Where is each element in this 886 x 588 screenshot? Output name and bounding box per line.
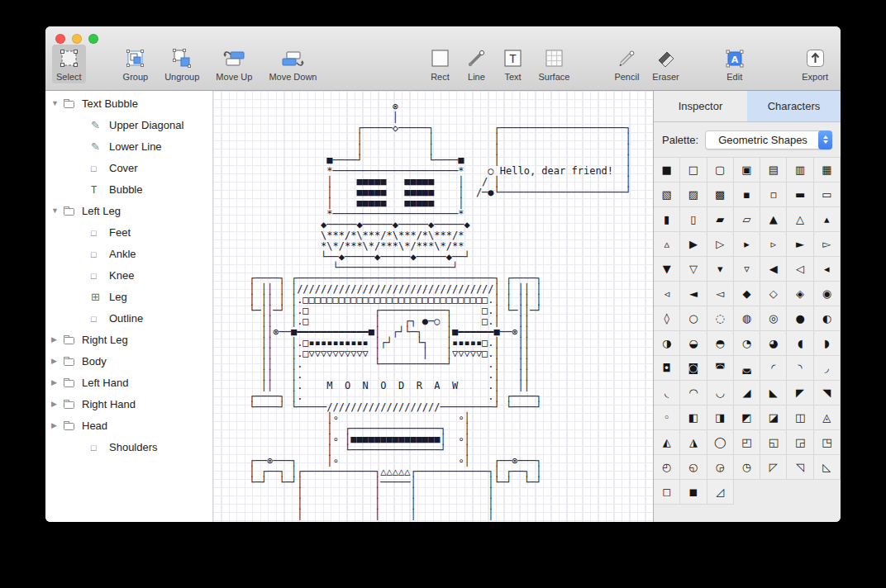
character-cell[interactable]: ◄ <box>680 282 707 306</box>
disclosure-triangle-icon[interactable]: ▶ <box>51 357 64 365</box>
character-cell[interactable]: ► <box>787 232 813 257</box>
line-tool-button[interactable]: Line <box>461 45 491 83</box>
character-cell[interactable]: ◈ <box>787 282 813 306</box>
character-cell[interactable]: ◿ <box>707 480 734 505</box>
character-cell[interactable]: ◌ <box>707 306 734 331</box>
disclosure-triangle-icon[interactable]: ▶ <box>51 335 64 344</box>
group-button[interactable]: Group <box>119 45 153 83</box>
move-up-button[interactable]: Move Up <box>212 45 256 83</box>
character-cell[interactable]: ◮ <box>680 430 707 455</box>
character-cell[interactable]: ◅ <box>707 282 734 306</box>
character-cell[interactable]: ▽ <box>680 257 707 282</box>
character-cell[interactable]: ○ <box>680 306 707 331</box>
disclosure-triangle-icon[interactable]: ▼ <box>51 206 64 215</box>
character-cell[interactable]: ▵ <box>654 232 680 257</box>
character-cell[interactable]: ◩ <box>734 405 760 430</box>
layer-row[interactable]: Bubble <box>45 178 212 200</box>
character-cell[interactable]: ▿ <box>734 257 760 282</box>
character-cell[interactable]: ▹ <box>760 232 787 257</box>
character-cell[interactable]: ▶ <box>680 232 707 257</box>
character-cell[interactable]: ◴ <box>654 455 680 480</box>
character-cell[interactable]: ◟ <box>654 381 680 405</box>
disclosure-triangle-icon[interactable]: ▶ <box>51 400 64 408</box>
character-cell[interactable]: ◤ <box>787 381 813 405</box>
character-cell[interactable]: ◢ <box>734 381 760 405</box>
disclosure-triangle-icon[interactable]: ▶ <box>51 378 64 386</box>
layer-row[interactable]: ▶ Body <box>45 350 212 372</box>
character-cell[interactable]: ◳ <box>814 430 841 455</box>
layer-row[interactable]: Shoulders <box>45 436 212 458</box>
character-cell[interactable]: ▧ <box>654 183 680 207</box>
edit-button[interactable]: A Edit <box>720 45 750 83</box>
character-cell[interactable]: ● <box>787 306 813 331</box>
character-cell[interactable]: ◡ <box>707 381 734 405</box>
character-cell[interactable]: ◔ <box>734 331 760 356</box>
character-cell[interactable]: ◨ <box>707 405 734 430</box>
character-cell[interactable]: ◆ <box>734 282 760 306</box>
character-cell[interactable]: ◬ <box>814 405 841 430</box>
character-cell[interactable]: ◍ <box>734 306 760 331</box>
tab-characters[interactable]: Characters <box>747 91 841 121</box>
character-cell[interactable]: ▨ <box>680 183 707 207</box>
character-cell[interactable]: ◭ <box>654 430 680 455</box>
character-cell[interactable]: ◗ <box>814 331 841 356</box>
character-cell[interactable]: ▷ <box>707 232 734 257</box>
character-cell[interactable]: ▪ <box>734 183 760 207</box>
disclosure-triangle-icon[interactable]: ▶ <box>51 421 64 429</box>
character-cell[interactable]: ◊ <box>654 306 680 331</box>
character-cell[interactable]: ◫ <box>787 405 813 430</box>
drawing-canvas[interactable]: ⊗ │ ┌─────◇─────┐ ┌─────────────────────… <box>213 91 653 522</box>
eraser-tool-button[interactable]: Eraser <box>648 45 683 83</box>
character-cell[interactable]: ◱ <box>760 430 787 455</box>
layer-row[interactable]: ▶ Head <box>45 415 212 436</box>
layer-row[interactable]: Feet <box>45 221 212 243</box>
character-cell[interactable]: ◶ <box>707 455 734 480</box>
character-cell[interactable]: ◣ <box>760 381 787 405</box>
character-cell[interactable]: ▼ <box>654 257 680 282</box>
character-cell[interactable]: ▮ <box>654 207 680 232</box>
surface-tool-button[interactable]: Surface <box>534 45 574 83</box>
character-cell[interactable]: ◯ <box>707 430 734 455</box>
character-cell[interactable]: ▻ <box>814 232 841 257</box>
character-cell[interactable]: ◇ <box>760 282 787 306</box>
character-cell[interactable]: ▥ <box>787 158 813 183</box>
character-cell[interactable]: ◰ <box>734 430 760 455</box>
character-cell[interactable]: ◃ <box>654 282 680 306</box>
character-cell[interactable]: ◦ <box>654 405 680 430</box>
character-cell[interactable]: ■ <box>654 158 680 183</box>
character-cell[interactable]: ◎ <box>760 306 787 331</box>
character-cell[interactable]: ◧ <box>680 405 707 430</box>
character-cell[interactable]: ◞ <box>814 356 841 381</box>
character-cell[interactable]: ◲ <box>787 430 813 455</box>
character-cell[interactable]: ▰ <box>707 207 734 232</box>
character-cell[interactable]: ◀ <box>760 257 787 282</box>
character-cell[interactable]: ▲ <box>760 207 787 232</box>
character-cell[interactable]: ◘ <box>654 356 680 381</box>
disclosure-triangle-icon[interactable]: ▼ <box>51 99 64 107</box>
character-cell[interactable]: ◪ <box>760 405 787 430</box>
character-cell[interactable]: ▦ <box>814 158 841 183</box>
layer-row[interactable]: Knee <box>45 264 212 286</box>
character-cell[interactable]: ◻ <box>654 480 680 505</box>
zoom-button[interactable] <box>88 34 98 44</box>
character-cell[interactable]: ▩ <box>707 183 734 207</box>
character-cell[interactable]: □ <box>680 158 707 183</box>
character-cell[interactable]: ▢ <box>707 158 734 183</box>
layer-row[interactable]: ▼ Left Leg <box>45 200 212 221</box>
close-button[interactable] <box>55 34 65 44</box>
character-cell[interactable]: ◜ <box>760 356 787 381</box>
character-cell[interactable]: ▭ <box>814 183 841 207</box>
character-cell[interactable]: ◖ <box>787 331 813 356</box>
character-cell[interactable]: △ <box>787 207 813 232</box>
character-cell[interactable]: ◉ <box>814 282 841 306</box>
palette-select[interactable]: Geometric Shapes <box>705 130 832 149</box>
rect-tool-button[interactable]: Rect <box>425 45 455 83</box>
character-cell[interactable]: ◓ <box>707 331 734 356</box>
character-cell[interactable]: ◝ <box>787 356 813 381</box>
pencil-tool-button[interactable]: Pencil <box>610 45 643 83</box>
character-cell[interactable]: ▬ <box>787 183 813 207</box>
move-down-button[interactable]: Move Down <box>264 45 321 83</box>
minimize-button[interactable] <box>72 34 82 44</box>
character-cell[interactable]: ◁ <box>787 257 813 282</box>
character-cell[interactable]: ▱ <box>734 207 760 232</box>
